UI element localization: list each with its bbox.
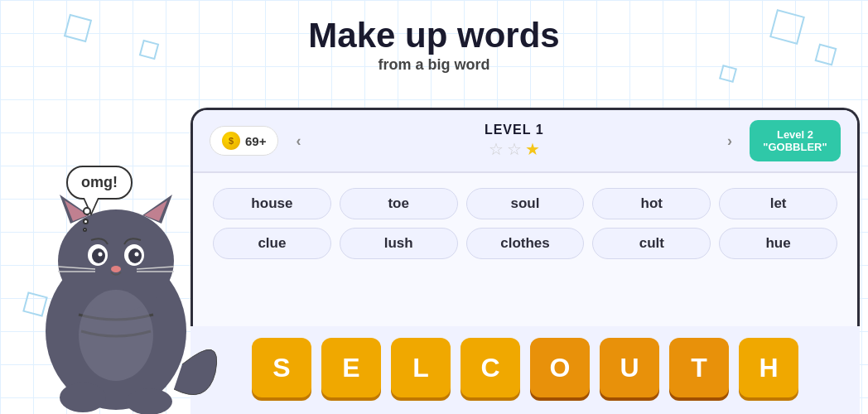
level-info: LEVEL 1 ☆ ☆ ★ [318, 123, 710, 159]
bubble-dot-2 [83, 219, 89, 224]
next-level-label: Level 2 [763, 128, 827, 141]
page-subtitle: from a big word [0, 56, 868, 74]
level-label: LEVEL 1 [318, 123, 710, 137]
speech-text: omg! [81, 174, 118, 190]
speech-bubble: omg! [66, 166, 133, 200]
tile-U[interactable]: U [600, 338, 659, 397]
svg-point-11 [135, 253, 139, 257]
cat-character: omg! [0, 99, 232, 414]
tile-H[interactable]: H [739, 338, 798, 397]
svg-point-19 [79, 290, 153, 381]
word-toe[interactable]: toe [340, 188, 458, 219]
svg-point-18 [126, 388, 172, 414]
svg-point-17 [60, 383, 106, 412]
word-soul[interactable]: soul [466, 188, 585, 219]
tile-L[interactable]: L [391, 338, 451, 397]
star-3: ★ [525, 139, 540, 159]
tile-S[interactable]: S [252, 338, 311, 397]
next-level-button[interactable]: Level 2 "GOBBLER" [750, 120, 841, 161]
tile-O[interactable]: O [530, 338, 590, 397]
tiles-row: S E L C O U T H [190, 326, 860, 414]
prev-level-arrow[interactable]: ‹ [287, 129, 310, 152]
word-hot[interactable]: hot [592, 188, 711, 219]
page-title: Make up words [0, 17, 868, 55]
coin-amount: 69+ [245, 134, 266, 148]
words-grid: house toe soul hot let clue lush clothes… [193, 173, 857, 274]
svg-point-9 [128, 248, 142, 263]
word-let[interactable]: let [719, 188, 837, 219]
word-clothes[interactable]: clothes [466, 228, 585, 259]
svg-point-12 [111, 266, 121, 272]
next-level-name: "GOBBLER" [763, 141, 827, 153]
bubble-dot-3 [83, 228, 87, 232]
panel-topbar: $ 69+ ‹ LEVEL 1 ☆ ☆ ★ › Level 2 "GOBBLER… [193, 110, 857, 173]
next-level-arrow[interactable]: › [718, 129, 741, 152]
star-1: ☆ [489, 139, 504, 159]
bubble-dots [83, 207, 91, 232]
tile-E[interactable]: E [321, 338, 381, 397]
word-hue[interactable]: hue [719, 228, 837, 259]
star-2: ☆ [507, 139, 522, 159]
svg-point-8 [92, 248, 105, 263]
tile-C[interactable]: C [461, 338, 520, 397]
header: Make up words from a big word [0, 17, 868, 74]
word-cult[interactable]: cult [592, 228, 711, 259]
bubble-dot-1 [83, 207, 91, 215]
word-lush[interactable]: lush [340, 228, 458, 259]
stars-row: ☆ ☆ ★ [318, 139, 710, 159]
tile-T[interactable]: T [669, 338, 729, 397]
svg-point-10 [99, 253, 103, 257]
